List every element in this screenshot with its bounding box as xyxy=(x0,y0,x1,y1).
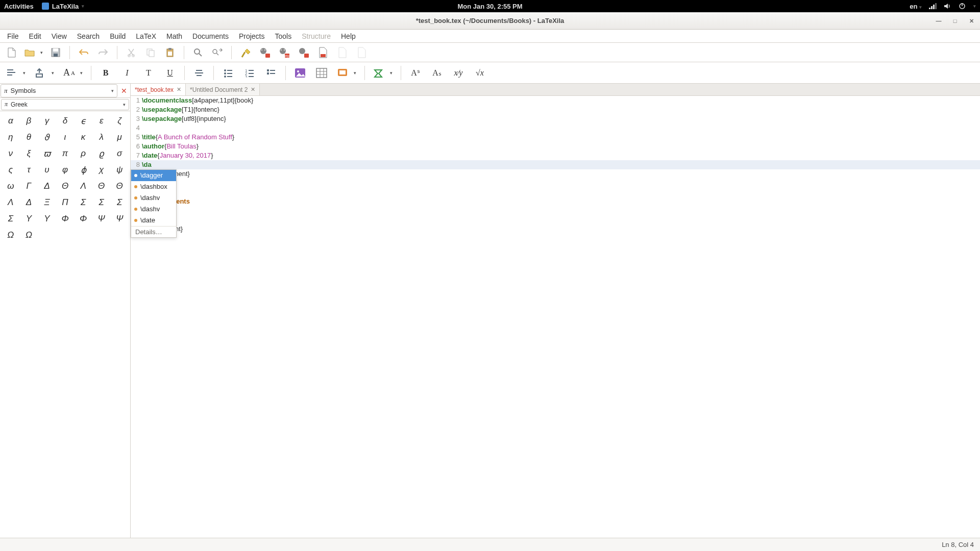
symbol-cell[interactable]: ξ xyxy=(20,146,38,161)
autocomplete-item[interactable]: \dashv xyxy=(131,192,176,204)
side-panel-close-button[interactable]: ✕ xyxy=(118,87,130,95)
subscript-button[interactable]: Aₛ xyxy=(428,65,446,81)
symbol-cell[interactable]: Σ xyxy=(2,211,19,227)
font-size-menu[interactable]: AA ▾ xyxy=(60,65,86,81)
description-button[interactable] xyxy=(262,65,280,81)
save-button[interactable] xyxy=(47,45,64,60)
autocomplete-item[interactable]: \date xyxy=(131,215,176,226)
symbol-cell[interactable]: Δ xyxy=(38,179,56,194)
symbol-cell[interactable]: Π xyxy=(57,195,74,210)
menu-edit[interactable]: Edit xyxy=(24,30,46,42)
presentation-menu[interactable]: ▾ xyxy=(334,65,359,81)
redo-button[interactable] xyxy=(94,45,112,60)
tab-close-button[interactable]: ✕ xyxy=(177,86,181,93)
symbol-cell[interactable]: κ xyxy=(75,130,92,145)
symbol-cell[interactable]: ρ xyxy=(75,146,92,161)
window-maximize-button[interactable]: □ xyxy=(949,15,961,27)
document-tab[interactable]: *Untitled Document 2✕ xyxy=(186,84,260,95)
figure-button[interactable] xyxy=(291,65,309,81)
symbol-cell[interactable]: ς xyxy=(2,162,19,178)
symbol-cell[interactable]: θ xyxy=(20,130,38,145)
tab-close-button[interactable]: ✕ xyxy=(251,86,255,93)
symbol-cell[interactable]: γ xyxy=(38,113,56,129)
menu-file[interactable]: File xyxy=(2,30,24,42)
frac-button[interactable]: x⁄y xyxy=(449,65,468,81)
underline-button[interactable]: U xyxy=(161,65,179,81)
menu-latex[interactable]: LaTeX xyxy=(131,30,161,42)
find-button[interactable] xyxy=(189,45,207,60)
build-latex-pdf-button[interactable]: PDF xyxy=(276,45,293,60)
symbol-cell[interactable]: Θ xyxy=(93,179,110,194)
symbol-cell[interactable]: δ xyxy=(57,113,74,129)
symbol-cell[interactable]: ζ xyxy=(111,113,128,129)
autocomplete-item[interactable]: \dashv xyxy=(131,204,176,215)
symbol-cell[interactable]: Θ xyxy=(111,179,128,194)
symbol-cell[interactable]: Ψ xyxy=(93,211,110,227)
symbol-cell[interactable]: ϑ xyxy=(38,130,56,145)
symbol-cell[interactable]: υ xyxy=(38,162,56,178)
enumerate-button[interactable]: 123 xyxy=(240,65,259,81)
system-menu-chevron-icon[interactable]: ▾ xyxy=(973,4,976,9)
table-button[interactable] xyxy=(312,65,331,81)
view-dvi-button[interactable] xyxy=(334,45,351,60)
source-editor[interactable]: 123456789101112131415 \documentclass[a4p… xyxy=(131,96,980,538)
menu-view[interactable]: View xyxy=(46,30,72,42)
symbol-cell[interactable]: χ xyxy=(93,162,110,178)
view-ps-button[interactable] xyxy=(353,45,371,60)
italic-button[interactable]: I xyxy=(118,65,136,81)
menu-math[interactable]: Math xyxy=(161,30,187,42)
symbol-cell[interactable]: τ xyxy=(20,162,38,178)
menu-search[interactable]: Search xyxy=(72,30,105,42)
power-icon[interactable] xyxy=(959,3,966,10)
itemize-button[interactable] xyxy=(219,65,237,81)
build-dvi-pdf-button[interactable] xyxy=(295,45,312,60)
autocomplete-item[interactable]: \dashbox xyxy=(131,181,176,192)
menu-documents[interactable]: Documents xyxy=(187,30,234,42)
symbol-cell[interactable]: ϖ xyxy=(38,146,56,161)
network-icon[interactable] xyxy=(929,3,937,10)
build-pdflatex-button[interactable] xyxy=(256,45,274,60)
window-close-button[interactable]: ✕ xyxy=(966,15,977,27)
symbol-cell[interactable]: η xyxy=(2,130,19,145)
symbol-cell[interactable]: φ xyxy=(57,162,74,178)
symbol-cell[interactable]: ϵ xyxy=(75,113,92,129)
menu-help[interactable]: Help xyxy=(336,30,361,42)
document-tab[interactable]: *test_book.tex✕ xyxy=(131,84,186,95)
symbol-cell[interactable]: ψ xyxy=(111,162,128,178)
symbol-cell[interactable]: Φ xyxy=(75,211,92,227)
volume-icon[interactable] xyxy=(944,3,951,10)
symbol-cell[interactable]: Δ xyxy=(20,195,38,210)
autocomplete-popup[interactable]: \dagger\dashbox\dashv\dashv\dateDetails… xyxy=(131,169,177,238)
symbol-cell[interactable]: Λ xyxy=(75,179,92,194)
symbol-cell[interactable]: ϱ xyxy=(93,146,110,161)
symbol-cell[interactable]: Ω xyxy=(20,228,38,243)
references-menu[interactable]: ▾ xyxy=(32,65,57,81)
keyboard-layout-indicator[interactable]: en ▾ xyxy=(910,3,922,10)
view-pdf-button[interactable] xyxy=(314,45,332,60)
build-clean-button[interactable] xyxy=(237,45,254,60)
symbol-cell[interactable]: ν xyxy=(2,146,19,161)
symbol-cell[interactable]: λ xyxy=(93,130,110,145)
symbol-cell[interactable]: Σ xyxy=(93,195,110,210)
clock[interactable]: Mon Jan 30, 2:55 PM xyxy=(457,3,522,10)
symbol-cell[interactable]: ω xyxy=(2,179,19,194)
symbol-cell[interactable]: α xyxy=(2,113,19,129)
symbol-cell[interactable]: Ψ xyxy=(111,211,128,227)
symbol-cell[interactable]: Θ xyxy=(57,179,74,194)
symbol-cell[interactable]: Λ xyxy=(2,195,19,210)
sqrt-button[interactable]: √x xyxy=(471,65,489,81)
open-file-button[interactable]: ▾ xyxy=(22,45,45,60)
bold-button[interactable]: B xyxy=(96,65,115,81)
activities-button[interactable]: Activities xyxy=(4,3,34,10)
symbol-category-selector[interactable]: π Greek ▾ xyxy=(1,99,129,110)
paste-button[interactable] xyxy=(161,45,179,60)
symbol-cell[interactable]: Σ xyxy=(111,195,128,210)
symbol-cell[interactable]: Ω xyxy=(2,228,19,243)
symbol-cell[interactable]: π xyxy=(57,146,74,161)
symbol-cell[interactable]: Υ xyxy=(38,211,56,227)
superscript-button[interactable]: Aˢ xyxy=(406,65,425,81)
math-menu[interactable]: ▾ xyxy=(370,65,396,81)
symbol-cell[interactable]: Φ xyxy=(57,211,74,227)
symbol-cell[interactable]: Γ xyxy=(20,179,38,194)
autocomplete-details[interactable]: Details… xyxy=(131,226,176,237)
